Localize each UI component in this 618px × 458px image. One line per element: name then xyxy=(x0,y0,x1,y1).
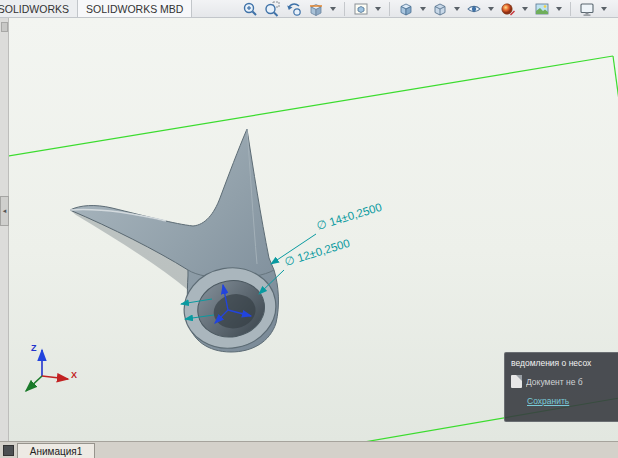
dim-dia12-text[interactable]: ∅ 12±0,2500 xyxy=(283,237,351,268)
tab-animation1[interactable]: Анимация1 xyxy=(17,443,95,458)
model-tab-icon[interactable] xyxy=(3,445,14,456)
section-view-dropdown[interactable] xyxy=(330,7,336,11)
command-manager-bar: я SOLIDWORKS SOLIDWORKS MBD xyxy=(0,0,618,18)
display-style-icon xyxy=(432,1,448,17)
apply-scene-icon xyxy=(534,1,550,17)
model-part[interactable] xyxy=(70,129,282,355)
3d-drawing-view-icon xyxy=(353,1,369,17)
display-style-button[interactable] xyxy=(430,1,450,17)
motion-study-tab-bar: Анимация1 xyxy=(0,441,618,458)
view-settings-icon xyxy=(579,1,595,17)
zoom-to-area-icon xyxy=(264,1,280,17)
section-view-icon xyxy=(308,1,324,17)
triad-x-label: X xyxy=(71,370,77,380)
hide-show-items-button[interactable] xyxy=(464,1,484,17)
hide-show-items-icon xyxy=(466,1,482,17)
view-orientation-button[interactable] xyxy=(396,1,416,17)
panel-expand-handle[interactable]: ◂ xyxy=(0,196,9,226)
view-settings-button[interactable] xyxy=(577,1,597,17)
notification-title: ведомления о несох xyxy=(511,358,618,368)
tab-solidworks-mbd[interactable]: SOLIDWORKS MBD xyxy=(78,0,192,17)
edit-appearance-icon xyxy=(500,1,516,17)
toolbar-separator xyxy=(570,2,571,16)
zoom-to-area-button[interactable] xyxy=(262,1,282,17)
solidworks-window: я SOLIDWORKS SOLIDWORKS MBD xyxy=(0,0,618,458)
tab-solidworks-addins[interactable]: я SOLIDWORKS xyxy=(0,0,78,17)
previous-view-icon xyxy=(286,1,302,17)
triad-z-label: Z xyxy=(31,343,37,353)
feature-manager-collapsed-strip[interactable]: ◂ xyxy=(0,18,9,441)
save-link[interactable]: Сохранить xyxy=(527,396,569,406)
toolbar-separator xyxy=(389,2,390,16)
edit-appearance-dropdown[interactable] xyxy=(522,7,528,11)
section-view-button[interactable] xyxy=(306,1,326,17)
display-style-dropdown[interactable] xyxy=(454,7,460,11)
zoom-to-fit-icon xyxy=(242,1,258,17)
notification-body: Документ не б xyxy=(526,377,583,387)
toolbar-separator xyxy=(344,2,345,16)
hide-show-items-dropdown[interactable] xyxy=(488,7,494,11)
3d-drawing-view-button[interactable] xyxy=(351,1,371,17)
zoom-to-fit-button[interactable] xyxy=(240,1,260,17)
apply-scene-button[interactable] xyxy=(532,1,552,17)
document-icon xyxy=(511,375,522,388)
previous-view-button[interactable] xyxy=(284,1,304,17)
unsaved-notification-popup[interactable]: ведомления о несох Документ не б Сохрани… xyxy=(504,352,618,422)
graphics-area[interactable]: ∅ 14±0,2500 ∅ 12±0,2500 Z X ◂ xyxy=(0,18,618,441)
panel-top-icon[interactable] xyxy=(1,22,8,32)
view-orientation-dropdown[interactable] xyxy=(420,7,426,11)
3d-drawing-view-dropdown[interactable] xyxy=(375,7,381,11)
edit-appearance-button[interactable] xyxy=(498,1,518,17)
apply-scene-dropdown[interactable] xyxy=(556,7,562,11)
view-orientation-icon xyxy=(398,1,414,17)
heads-up-view-toolbar xyxy=(240,0,609,18)
dim-dia14-text[interactable]: ∅ 14±0,2500 xyxy=(315,201,383,232)
reference-triad: Z X xyxy=(26,343,77,391)
view-settings-dropdown[interactable] xyxy=(601,7,607,11)
